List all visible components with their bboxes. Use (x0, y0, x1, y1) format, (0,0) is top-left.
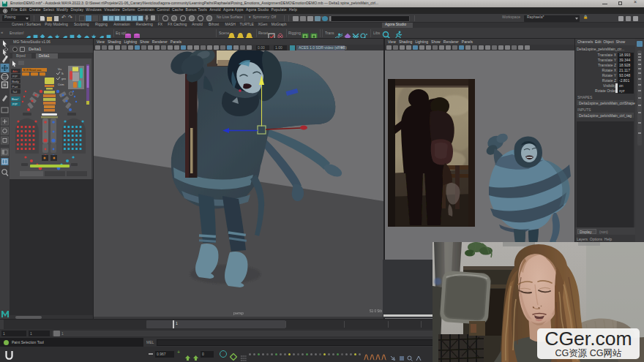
svg-text:geo: geo (61, 78, 66, 80)
svg-text:P/P: P/P (12, 75, 18, 78)
svg-text:Part: Part (12, 85, 19, 88)
svg-text:Adv: Adv (12, 69, 18, 73)
svg-text:Cstm: Cstm (58, 83, 64, 86)
svg-text:Vis: Vis (58, 68, 61, 71)
svg-text:Tail: Tail (12, 90, 17, 94)
svg-text:persp: persp (233, 311, 244, 315)
svg-text:Body: Body (12, 80, 19, 83)
svg-text:Bow!: Bow! (12, 97, 18, 101)
svg-text:Ik: Ik (61, 72, 64, 75)
svg-text:M-W Beast aaa: M-W Beast aaa (23, 69, 42, 72)
svg-text:S1 0 Stb: S1 0 Stb (370, 309, 383, 313)
svg-text:P/P: P/P (12, 102, 18, 106)
